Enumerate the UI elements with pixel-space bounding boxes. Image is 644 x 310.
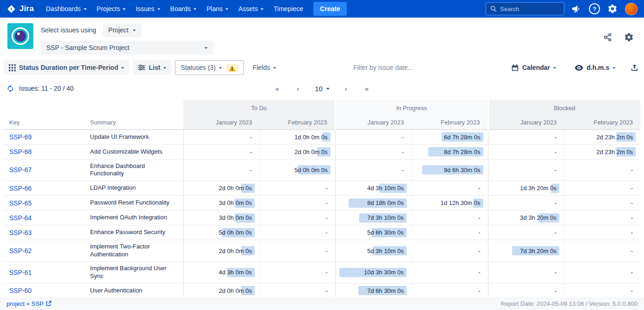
summary-cell: Update UI Framework	[88, 130, 184, 144]
help-icon[interactable]: ?	[589, 3, 600, 14]
duration-value: 2d 23h 2m 0s	[596, 149, 633, 155]
issue-date-filter-input[interactable]	[353, 64, 450, 71]
nav-item-assets[interactable]: Assets	[234, 1, 268, 16]
duration-cell-empty: -	[488, 196, 564, 211]
duration-cell-empty: -	[335, 130, 411, 144]
duration-value: 5d 0h 0m 0s	[219, 229, 252, 236]
last-page-button[interactable]: »	[363, 84, 370, 93]
nav-item-label: Issues	[136, 5, 154, 12]
brand-text: Jira	[19, 4, 34, 13]
column-group-header: In Progress	[335, 100, 488, 116]
warning-icon	[229, 65, 236, 71]
issue-key-link[interactable]: SSP-66	[9, 185, 31, 192]
duration-bar-wrap: 5d 0h 0m 0s	[260, 165, 327, 174]
search-box[interactable]	[486, 2, 564, 15]
project-dropdown[interactable]: SSP - Sample Scrum Project	[41, 41, 213, 55]
first-page-button[interactable]: «	[274, 84, 281, 93]
nav-item-label: Boards	[170, 5, 191, 12]
page-size-dropdown[interactable]: 10	[315, 85, 329, 93]
nav-item-dashboards[interactable]: Dashboards	[41, 1, 91, 16]
share-icon[interactable]	[603, 33, 612, 42]
duration-value: 1d 0h 0m 0s	[294, 134, 328, 141]
settings-gear-icon[interactable]	[624, 32, 634, 42]
duration-cell: 3d 3h 20m 0s	[488, 211, 564, 225]
timepiece-app-logo	[7, 23, 33, 49]
nav-item-boards[interactable]: Boards	[166, 1, 201, 16]
calendar-dropdown[interactable]: Calendar	[506, 60, 561, 75]
eye-icon	[575, 65, 583, 71]
issue-key-link[interactable]: SSP-69	[9, 133, 31, 141]
table-row: SSP-62Implement Two-Factor Authenticatio…	[4, 240, 640, 262]
user-avatar[interactable]	[625, 3, 638, 15]
duration-bar-wrap: 3d 0h 0m 0s	[184, 198, 252, 208]
duration-bar-wrap: 2d 0h 0m 0s	[184, 246, 252, 255]
table-row: SSP-60User Authentication2d 0h 0m 0s-7d …	[4, 283, 640, 298]
announcements-icon[interactable]	[572, 5, 581, 13]
table-row: SSP-66LDAP Integration2d 0h 0m 0s-4d 3h …	[4, 181, 640, 196]
report-type-dropdown[interactable]: Status Duration per Time-Period	[4, 60, 129, 75]
search-input[interactable]	[500, 6, 556, 12]
duration-value: 2d 0h 0m 0s	[219, 287, 252, 294]
nav-item-issues[interactable]: Issues	[131, 1, 164, 16]
nav-item-plans[interactable]: Plans	[202, 1, 233, 16]
duration-cell-empty: -	[564, 181, 640, 196]
issue-key-link[interactable]: SSP-61	[9, 269, 31, 276]
issue-key-link[interactable]: SSP-60	[9, 287, 31, 294]
view-type-dropdown[interactable]: List	[133, 60, 171, 75]
duration-cell-empty: -	[183, 159, 259, 181]
time-format-dropdown[interactable]: d.h.m.s	[569, 60, 620, 75]
month-header: February 2023	[412, 116, 488, 130]
prev-page-button[interactable]: ‹	[295, 84, 301, 93]
key-cell: SSP-61	[4, 262, 88, 284]
create-button[interactable]: Create	[313, 2, 347, 16]
statuses-dropdown[interactable]: Statuses (3)	[175, 60, 244, 75]
duration-value: 8d 18h 0m 0s	[367, 199, 404, 206]
duration-cell-empty: -	[260, 211, 335, 225]
fields-dropdown[interactable]: Fields	[248, 60, 281, 75]
duration-bar-wrap: 2d 23h 2m 0s	[564, 147, 633, 156]
issue-key-link[interactable]: SSP-64	[9, 214, 31, 222]
duration-value: 3d 0h 0m 0s	[219, 214, 252, 221]
duration-value: 10d 3h 30m 0s	[364, 269, 404, 276]
nav-item-label: Timepiece	[274, 5, 303, 12]
chevron-down-icon	[133, 30, 136, 31]
nav-item-timepiece[interactable]: Timepiece	[269, 1, 308, 16]
gear-icon[interactable]	[607, 4, 618, 14]
duration-bar-wrap: 2d 0h 0m 0s	[260, 147, 327, 156]
duration-cell-empty: -	[260, 225, 335, 240]
column-group-header: To Do	[183, 100, 335, 116]
duration-value: 3d 0h 0m 0s	[219, 199, 252, 206]
export-button[interactable]	[629, 62, 640, 74]
key-cell: SSP-68	[4, 144, 88, 159]
issue-key-link[interactable]: SSP-62	[9, 247, 31, 254]
issue-source-dropdown[interactable]: Project	[103, 23, 142, 37]
duration-bar-wrap: 5d 0h 0m 0s	[184, 228, 252, 237]
chevron-down-icon	[121, 67, 124, 69]
grid-icon	[9, 64, 16, 71]
jira-logo[interactable]: Jira	[6, 4, 34, 14]
chevron-down-icon	[205, 47, 207, 49]
duration-bar-wrap: 8d 18h 0m 0s	[336, 198, 404, 208]
duration-cell-empty: -	[260, 262, 335, 284]
duration-value: 2d 23h 2m 0s	[596, 134, 633, 141]
duration-cell: 5d 3h 10m 0s	[335, 240, 411, 262]
duration-cell: 4d 3h 0m 0s	[183, 262, 259, 284]
duration-cell-empty: -	[335, 144, 411, 159]
nav-item-projects[interactable]: Projects	[92, 1, 131, 16]
issue-key-link[interactable]: SSP-67	[9, 166, 31, 174]
issue-source-value: Project	[108, 26, 129, 34]
refresh-icon[interactable]	[6, 85, 14, 93]
jql-filter-link[interactable]: project = SSP	[6, 300, 51, 307]
next-page-button[interactable]: ›	[343, 84, 349, 93]
duration-value: 1d 12h 30m 0s	[440, 199, 480, 206]
chevron-down-icon	[194, 8, 196, 10]
view-type-label: List	[149, 64, 160, 71]
issue-key-link[interactable]: SSP-68	[9, 148, 31, 155]
issue-key-link[interactable]: SSP-63	[9, 229, 31, 236]
duration-cell: 2d 0h 0m 0s	[183, 283, 259, 298]
issues-table: To DoIn ProgressBlocked Key Summary Janu…	[4, 100, 640, 298]
duration-bar-wrap: 7d 6h 30m 0s	[336, 286, 404, 295]
issue-key-link[interactable]: SSP-65	[9, 199, 31, 207]
nav-item-label: Plans	[206, 5, 223, 12]
duration-cell: 2d 0h 0m 0s	[183, 181, 259, 196]
